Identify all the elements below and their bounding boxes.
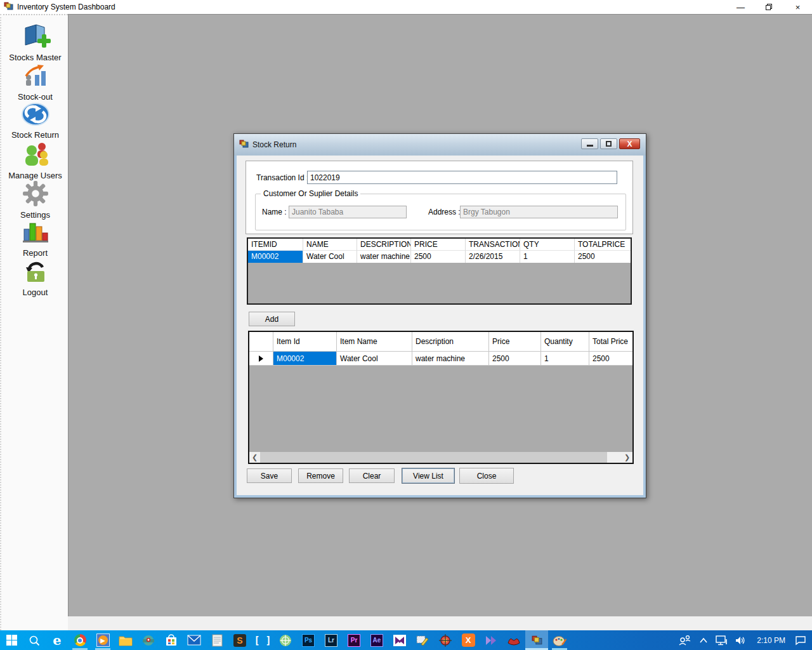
scrollbar-track[interactable] <box>260 452 622 463</box>
stock-return-dialog: Stock Return X Transaction Id : Customer… <box>233 133 646 498</box>
column-header[interactable]: PRICE <box>411 239 466 251</box>
column-header[interactable]: Item Id <box>273 332 337 352</box>
column-header[interactable]: Quantity <box>541 332 589 352</box>
snipping-tool-icon[interactable] <box>411 630 434 650</box>
grid-row[interactable]: M00002 Water Cool water machine 2500 1 2… <box>249 352 632 366</box>
minimize-icon[interactable] <box>581 138 598 149</box>
name-input[interactable] <box>289 206 407 218</box>
sublime-text-icon[interactable]: S <box>228 630 251 650</box>
view-list-button[interactable]: View List <box>402 468 455 484</box>
chrome-icon[interactable] <box>69 630 91 650</box>
sidebar: Stocks Master Stock-out Stock R <box>0 14 68 630</box>
minimize-icon[interactable]: — <box>726 0 755 14</box>
grid-cell[interactable]: 1 <box>541 352 589 366</box>
paint-icon[interactable] <box>548 630 571 650</box>
capture-target-icon[interactable] <box>434 630 457 650</box>
file-explorer-icon[interactable] <box>114 630 137 650</box>
horizontal-scrollbar[interactable]: ❮ ❯ <box>249 452 632 463</box>
listview-cell[interactable]: 2500 <box>411 251 466 263</box>
listview-cell[interactable]: 2500 <box>575 251 631 263</box>
grid-cell[interactable]: 2500 <box>489 352 541 366</box>
scroll-right-icon[interactable]: ❯ <box>622 452 632 463</box>
sidebar-item-settings[interactable]: Settings <box>1 180 69 220</box>
window-title: Inventory System Dashboard <box>17 3 115 11</box>
column-header[interactable]: TOTALPRICE <box>575 239 631 251</box>
column-header[interactable]: Item Name <box>337 332 412 352</box>
xampp-icon[interactable]: X <box>457 630 480 650</box>
sidebar-item-logout[interactable]: Logout <box>1 260 69 297</box>
listview-header-row: ITEMID NAME DESCRIPTION PRICE TRANSACTIO… <box>248 239 631 251</box>
grid-cell[interactable]: Water Cool <box>337 352 412 366</box>
grid-cell[interactable]: water machine <box>412 352 489 366</box>
close-button[interactable]: Close <box>459 468 514 484</box>
column-header[interactable]: TRANSACTIONI <box>466 239 520 251</box>
clear-button[interactable]: Clear <box>349 468 395 483</box>
column-header[interactable]: Description <box>412 332 489 352</box>
store-icon[interactable] <box>160 630 183 650</box>
address-input[interactable] <box>460 206 618 218</box>
media-play-icon[interactable] <box>480 630 502 650</box>
column-header[interactable]: ITEMID <box>248 239 303 251</box>
sidebar-item-stock-out[interactable]: Stock-out <box>1 63 69 102</box>
sidebar-item-manage-users[interactable]: Manage Users <box>1 141 69 180</box>
brackets-icon[interactable]: [ ] <box>251 630 274 650</box>
stock-listview[interactable]: ITEMID NAME DESCRIPTION PRICE TRANSACTIO… <box>247 237 632 305</box>
listview-row[interactable]: M00002 Water Cool water machine 2500 2/2… <box>248 251 631 263</box>
mail-icon[interactable] <box>183 630 206 650</box>
chevron-up-icon[interactable] <box>696 630 711 650</box>
edge-icon[interactable]: e <box>46 630 69 650</box>
listview-cell[interactable]: 1 <box>520 251 575 263</box>
stock-out-icon <box>21 80 50 91</box>
media-player-icon[interactable] <box>388 630 411 650</box>
clock[interactable]: 2:10 PM <box>752 636 790 645</box>
grid-header-row: Item Id Item Name Description Price Quan… <box>249 332 632 352</box>
after-effects-icon[interactable]: Ae <box>365 630 388 650</box>
maximize-icon[interactable] <box>600 138 617 149</box>
row-header-cell[interactable] <box>249 352 273 366</box>
inventory-app-icon[interactable] <box>525 630 548 650</box>
grid-cell[interactable]: 2500 <box>589 352 632 366</box>
column-header[interactable]: Total Price <box>589 332 632 352</box>
column-header[interactable]: QTY <box>520 239 575 251</box>
name-label: Name : <box>262 208 287 216</box>
return-datagrid[interactable]: Item Id Item Name Description Price Quan… <box>248 331 634 464</box>
screen-recorder-icon[interactable] <box>137 630 160 650</box>
sidebar-item-report[interactable]: Report <box>1 221 69 258</box>
volume-icon[interactable] <box>733 630 749 650</box>
sidebar-item-stocks-master[interactable]: Stocks Master <box>1 23 69 62</box>
column-header[interactable]: Price <box>489 332 541 352</box>
close-icon[interactable]: X <box>619 138 640 149</box>
photoshop-icon[interactable]: Ps <box>297 630 320 650</box>
sidebar-item-stock-return[interactable]: Stock Return <box>1 102 69 140</box>
action-center-icon[interactable] <box>793 630 808 650</box>
premiere-icon[interactable]: Pr <box>343 630 365 650</box>
restore-icon[interactable] <box>755 0 783 14</box>
search-icon[interactable] <box>23 630 46 650</box>
current-row-arrow-icon <box>259 355 263 362</box>
transaction-id-input[interactable] <box>307 171 617 184</box>
sqlyog-icon[interactable] <box>502 630 525 650</box>
listview-cell[interactable]: water machine <box>357 251 411 263</box>
listview-cell[interactable]: Water Cool <box>303 251 357 263</box>
movies-tv-icon[interactable]: ▶ <box>91 630 114 650</box>
scrollbar-thumb[interactable] <box>260 452 607 463</box>
notepad-icon[interactable] <box>206 630 228 650</box>
remove-button[interactable]: Remove <box>298 468 343 483</box>
lightroom-icon[interactable]: Lr <box>320 630 343 650</box>
people-icon[interactable] <box>677 630 693 650</box>
listview-cell[interactable]: M00002 <box>248 251 303 263</box>
scroll-left-icon[interactable]: ❮ <box>249 452 260 463</box>
network-icon[interactable] <box>714 630 730 650</box>
column-header[interactable]: NAME <box>303 239 357 251</box>
add-button[interactable]: Add <box>249 312 295 326</box>
grid-cell[interactable]: M00002 <box>273 352 337 366</box>
globe-icon[interactable] <box>274 630 297 650</box>
close-icon[interactable]: × <box>783 0 812 14</box>
column-header[interactable]: DESCRIPTION <box>357 239 411 251</box>
listview-cell[interactable]: 2/26/2015 <box>466 251 520 263</box>
dialog-titlebar[interactable]: Stock Return X <box>234 134 646 156</box>
start-icon[interactable] <box>0 630 23 650</box>
address-label: Address : <box>428 208 461 216</box>
save-button[interactable]: Save <box>247 468 292 483</box>
sidebar-item-label: Stocks Master <box>1 53 69 62</box>
